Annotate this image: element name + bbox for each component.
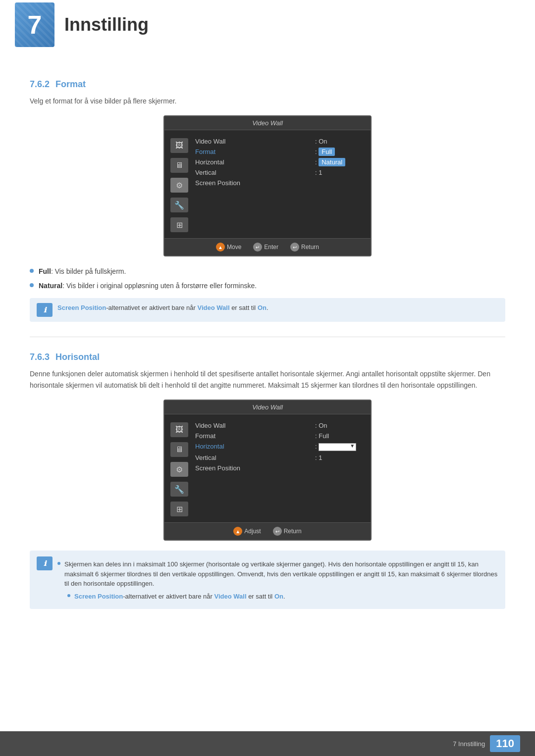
- vw-menu2-screenpos: Screen Position: [195, 463, 365, 473]
- vw-icon-grid-2: ⊞: [170, 502, 188, 516]
- section-763-header: 7.6.3 Horisontal: [30, 352, 505, 362]
- vw-icons-1: 🖼 🖥 ⚙ 🔧 ⊞: [170, 136, 188, 232]
- note-763: ℹ Skjermen kan deles inn i maksimalt 100…: [30, 551, 505, 609]
- vw-icons-2: 🖼 🖥 ⚙ 🔧 ⊞: [170, 420, 188, 516]
- vw-icon-display: 🖥: [170, 158, 188, 173]
- section-763-title: Horisontal: [55, 352, 100, 362]
- videowall-mockup-1: Video Wall 🖼 🖥 ⚙ 🔧 ⊞ Video Wall : On For…: [163, 115, 372, 256]
- vw-btn-return2: ↩ Return: [273, 527, 302, 536]
- section-762-description: Velg et format for å vise bilder på fler…: [30, 96, 505, 106]
- vw-footer-2: ▲ Adjust ↩ Return: [164, 522, 371, 540]
- page-header: 7 Innstilling: [0, 0, 535, 50]
- section-762-header: 7.6.2 Format: [30, 79, 505, 90]
- note-763-bullet-1: Skjermen kan deles inn i maksimalt 100 s…: [57, 559, 498, 589]
- note-icon-762: ℹ: [37, 303, 53, 317]
- vw-title-2: Video Wall: [164, 401, 371, 414]
- bullet-dot-note1: [57, 562, 60, 565]
- vw-menu2-format: Format : Full: [195, 431, 365, 441]
- page-footer: 7 Innstilling 110: [0, 731, 535, 756]
- vw-btn-enter: ↵ Enter: [253, 243, 278, 252]
- chapter-title: Innstilling: [64, 14, 149, 35]
- note-762: ℹ Screen Position-alternativet er aktive…: [30, 298, 505, 322]
- vw-icon-grid: ⊞: [170, 217, 188, 232]
- bullet-full: Full: Vis bilder på fullskjerm.: [30, 266, 505, 277]
- return2-icon: ↩: [273, 527, 282, 536]
- section-763-number: 7.6.3: [30, 352, 50, 362]
- note-text-762: Screen Position-alternativet er aktivert…: [57, 303, 268, 313]
- note-763-bullets: Skjermen kan deles inn i maksimalt 100 s…: [57, 559, 498, 601]
- vw-menu-vertical: Vertical : 1: [195, 167, 365, 178]
- bullet-dot-note2: [67, 594, 70, 597]
- bullet-dot-natural: [30, 283, 34, 287]
- note-763-bullet-2: Screen Position-alternativet er aktivert…: [67, 592, 498, 602]
- vw-btn-move: ▲ Move: [216, 243, 241, 252]
- vw-menu-1: Video Wall : On Format : Full Horizontal…: [195, 136, 365, 232]
- vw-body-1: 🖼 🖥 ⚙ 🔧 ⊞ Video Wall : On Format : Full …: [164, 130, 371, 238]
- note-icon-763: ℹ: [37, 556, 53, 570]
- vw-menu-format: Format : Full: [195, 147, 365, 157]
- vw-menu2-horizontal: Horizontal : ▼: [195, 441, 365, 453]
- bullet-dot-full: [30, 269, 34, 273]
- vw-btn-adjust: ▲ Adjust: [233, 527, 261, 536]
- chapter-number-box: 7: [15, 2, 54, 47]
- vw-menu-2: Video Wall : On Format : Full Horizontal…: [195, 420, 365, 516]
- chapter-number: 7: [28, 10, 42, 40]
- footer-page-number: 110: [490, 735, 520, 752]
- videowall-mockup-2: Video Wall 🖼 🖥 ⚙ 🔧 ⊞ Video Wall : On For…: [163, 400, 372, 541]
- vw-icon-display-2: 🖥: [170, 442, 188, 457]
- vw-menu2-videowall: Video Wall : On: [195, 420, 365, 431]
- adjust-icon: ▲: [233, 527, 242, 536]
- vw-menu2-vertical: Vertical : 1: [195, 453, 365, 463]
- note-763-inner: ℹ Skjermen kan deles inn i maksimalt 100…: [37, 555, 498, 604]
- footer-chapter-label: 7 Innstilling: [453, 740, 485, 748]
- main-content: 7.6.2 Format Velg et format for å vise b…: [0, 50, 535, 646]
- section-762-title: Format: [55, 79, 86, 90]
- vw-icon-picture-2: 🖼: [170, 422, 188, 437]
- section-762-bullets: Full: Vis bilder på fullskjerm. Natural:…: [30, 266, 505, 291]
- note-763-content: Skjermen kan deles inn i maksimalt 100 s…: [57, 555, 498, 604]
- vw-menu-screenpos: Screen Position: [195, 178, 365, 188]
- vw-icon-config: 🔧: [170, 198, 188, 212]
- vw-icon-settings: ⚙: [170, 178, 188, 193]
- vw-footer-1: ▲ Move ↵ Enter ↩ Return: [164, 238, 371, 255]
- enter-icon: ↵: [253, 243, 262, 252]
- vw-icon-config-2: 🔧: [170, 482, 188, 497]
- vw-icon-picture: 🖼: [170, 138, 188, 153]
- move-icon: ▲: [216, 243, 225, 252]
- vw-icon-settings-2: ⚙: [170, 462, 188, 477]
- vw-menu-videowall: Video Wall : On: [195, 136, 365, 147]
- vw-menu-horizontal: Horizontal : Natural: [195, 157, 365, 167]
- section-763-description: Denne funksjonen deler automatisk skjerm…: [30, 368, 505, 391]
- vw-title-1: Video Wall: [164, 116, 371, 130]
- return-icon: ↩: [290, 243, 299, 252]
- vw-btn-return: ↩ Return: [290, 243, 319, 252]
- section-divider: [30, 337, 505, 337]
- vw-body-2: 🖼 🖥 ⚙ 🔧 ⊞ Video Wall : On Format : Full …: [164, 414, 371, 522]
- section-762-number: 7.6.2: [30, 79, 50, 90]
- bullet-natural: Natural: Vis bilder i original oppløsnin…: [30, 281, 505, 291]
